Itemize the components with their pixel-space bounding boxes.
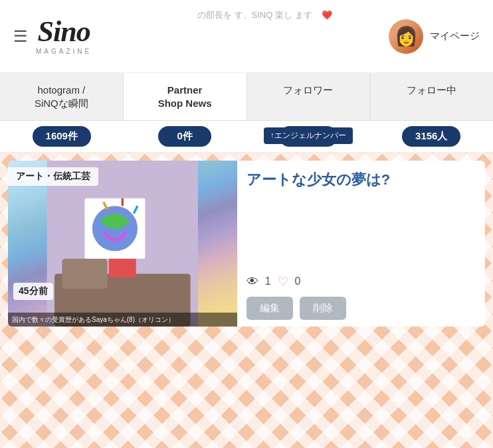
header: ☰ Sino MAGAZINE の部長を す、SINQ 楽し ます ❤️ 👩 マ…	[0, 0, 493, 73]
header-left: ☰ Sino MAGAZINE	[13, 17, 92, 55]
angel-number-tooltip: ↑エンジェルナンバー	[264, 127, 353, 144]
tab-photogram[interactable]: hotogram / SiNQな瞬間	[0, 73, 124, 120]
article-time-badge: 45分前	[13, 283, 53, 300]
svg-point-6	[92, 206, 138, 251]
stat-followers[interactable]: 1444人 ↑エンジェルナンバー	[246, 126, 370, 147]
stat-following[interactable]: 3156人	[370, 126, 494, 147]
stats-bar: 1609件 0件 1444人 ↑エンジェルナンバー 3156人	[0, 121, 493, 153]
content-area: アート・伝統工芸 45分前 国内で数々の受賞歴があるSayaちゃん(8)（オリコ…	[0, 153, 493, 335]
stat-partner[interactable]: 0件	[124, 126, 247, 147]
heart-icon: ♡	[278, 274, 288, 289]
svg-rect-2	[62, 259, 107, 289]
following-count-badge: 3156人	[402, 126, 460, 147]
like-count: 0	[295, 275, 301, 287]
partner-count-badge: 0件	[158, 126, 211, 147]
avatar[interactable]: 👩	[389, 19, 423, 54]
logo-subtitle: MAGAZINE	[36, 48, 92, 55]
my-page-label[interactable]: マイページ	[430, 30, 480, 42]
tab-followers[interactable]: フォロワー	[247, 73, 371, 120]
article-image-section: アート・伝統工芸 45分前 国内で数々の受賞歴があるSayaちゃん(8)（オリコ…	[8, 161, 237, 327]
article-title: アートな少女の夢は?	[246, 170, 476, 190]
photogram-count-badge: 1609件	[33, 126, 91, 147]
eye-icon: 👁	[246, 275, 258, 289]
article-content-section: アートな少女の夢は? 👁 1 ♡ 0 編集 削除	[237, 161, 485, 327]
delete-button[interactable]: 削除	[300, 297, 346, 320]
tab-partner-shop[interactable]: Partner Shop News	[124, 73, 247, 120]
article-actions: 編集 削除	[246, 297, 476, 320]
logo-area: Sino MAGAZINE	[36, 17, 92, 55]
article-card: アート・伝統工芸 45分前 国内で数々の受賞歴があるSayaちゃん(8)（オリコ…	[8, 161, 485, 327]
article-stats: 👁 1 ♡ 0	[246, 274, 476, 289]
page-wrapper: ☰ Sino MAGAZINE の部長を す、SINQ 楽し ます ❤️ 👩 マ…	[0, 0, 493, 448]
hamburger-icon[interactable]: ☰	[13, 27, 28, 46]
tab-bar: hotogram / SiNQな瞬間 Partner Shop News フォロ…	[0, 73, 493, 121]
logo: Sino	[38, 17, 90, 46]
article-category-badge: アート・伝統工芸	[8, 167, 98, 186]
article-caption: 国内で数々の受賞歴があるSayaちゃん(8)（オリコン）	[8, 313, 237, 327]
view-count: 1	[265, 275, 271, 287]
stat-photogram[interactable]: 1609件	[0, 126, 124, 147]
tab-following[interactable]: フォロー中	[370, 73, 493, 120]
header-right: 👩 マイページ	[389, 19, 480, 54]
edit-button[interactable]: 編集	[246, 297, 293, 320]
